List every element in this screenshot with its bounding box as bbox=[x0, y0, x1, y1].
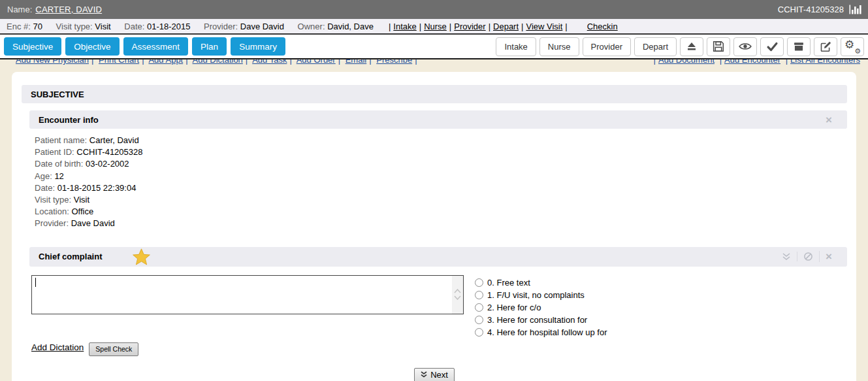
quick-link-separator: | bbox=[91, 59, 93, 65]
radio-icon[interactable] bbox=[475, 303, 483, 312]
patient-info-row: Location: Office bbox=[35, 206, 847, 218]
soap-nav-button[interactable]: Objective bbox=[65, 37, 119, 56]
quick-link[interactable]: Add Encounter bbox=[724, 59, 780, 65]
encounter-stage-link[interactable]: Depart bbox=[493, 22, 519, 31]
radio-icon[interactable] bbox=[475, 316, 483, 324]
text-caret bbox=[35, 278, 36, 287]
quick-link-separator: | bbox=[786, 59, 788, 65]
bar-chart-icon[interactable] bbox=[849, 5, 861, 14]
disable-icon[interactable] bbox=[797, 252, 819, 261]
quick-link[interactable]: Prescribe bbox=[376, 59, 412, 65]
field-value: Visit bbox=[95, 22, 110, 31]
star-icon[interactable] bbox=[133, 248, 150, 265]
encounter-stage-link[interactable]: Nurse bbox=[424, 22, 447, 31]
stage-button[interactable]: Depart bbox=[634, 37, 677, 56]
main-toolbar: Subjective Objective Assessment Plan Sum… bbox=[0, 35, 868, 59]
soap-nav-buttons: Subjective Objective Assessment Plan Sum… bbox=[4, 37, 285, 56]
quick-links-left: Add New Physician| Print Chart| Add Appt… bbox=[16, 59, 420, 65]
chief-complaint-content: 0. Free text 1. F/U visit, no complaints… bbox=[31, 275, 847, 339]
info-value: Visit bbox=[74, 195, 89, 205]
radio-icon[interactable] bbox=[475, 278, 483, 287]
chief-complaint-header: Chief complaint × bbox=[29, 247, 847, 267]
chief-complaint-option[interactable]: 1. F/U visit, no complaints bbox=[475, 289, 607, 301]
settings-gears-icon[interactable]: ⚙⚙ bbox=[841, 37, 864, 56]
patient-info-block: Patient name: Carter, David Patient ID: … bbox=[22, 129, 847, 237]
info-value: Office bbox=[71, 207, 93, 216]
stage-button[interactable]: Intake bbox=[496, 37, 536, 56]
info-label: Date: bbox=[35, 183, 55, 193]
chief-complaint-option[interactable]: 3. Here for consultation for bbox=[475, 314, 607, 326]
stage-button[interactable]: Nurse bbox=[539, 37, 579, 56]
save-icon[interactable] bbox=[707, 37, 730, 56]
info-label: Age: bbox=[35, 171, 52, 181]
soap-nav-button[interactable]: Subjective bbox=[4, 37, 61, 56]
edit-note-icon[interactable] bbox=[814, 37, 837, 56]
radio-option-label: 2. Here for c/o bbox=[487, 303, 541, 312]
checkin-link[interactable]: Checkin bbox=[587, 22, 618, 31]
radio-icon[interactable] bbox=[475, 328, 483, 337]
scroll-down-icon[interactable] bbox=[454, 295, 461, 300]
radio-option-label: 3. Here for consultation for bbox=[487, 315, 587, 325]
patient-info-row: Date of birth: 03-02-2002 bbox=[35, 158, 847, 170]
close-icon[interactable]: × bbox=[820, 114, 838, 125]
quick-link-separator: | bbox=[289, 59, 291, 65]
chief-complaint-option[interactable]: 4. Here for hospital follow up for bbox=[475, 326, 607, 339]
close-icon[interactable]: × bbox=[819, 251, 838, 262]
scroll-up-icon[interactable] bbox=[454, 289, 461, 293]
info-label: Visit type: bbox=[35, 195, 71, 205]
archive-icon[interactable] bbox=[787, 37, 811, 56]
preview-eye-icon[interactable] bbox=[733, 37, 757, 56]
add-dictation-link[interactable]: Add Dictation bbox=[31, 342, 84, 352]
collapse-chevrons-icon[interactable] bbox=[776, 253, 797, 261]
soap-nav-button[interactable]: Plan bbox=[192, 37, 227, 56]
name-label: Name: bbox=[7, 5, 32, 14]
next-button[interactable]: Next bbox=[414, 368, 455, 381]
field-label: Visit type: bbox=[56, 22, 93, 31]
info-label: Date of birth: bbox=[35, 159, 83, 169]
encounter-stage-link[interactable]: View Visit bbox=[526, 22, 562, 31]
info-label: Provider: bbox=[35, 218, 69, 228]
quick-link-separator: | bbox=[142, 59, 144, 65]
patient-title-bar: Name: CARTER, DAVID CCHIT-41205328 bbox=[0, 0, 868, 19]
eject-icon[interactable] bbox=[680, 37, 703, 56]
link-separator: | bbox=[489, 22, 490, 31]
encounter-stage-link[interactable]: Provider bbox=[454, 22, 485, 31]
radio-icon[interactable] bbox=[475, 291, 483, 299]
quick-link[interactable]: Add Task bbox=[252, 59, 287, 65]
textarea-scrollbar[interactable] bbox=[452, 276, 463, 314]
radio-option-label: 4. Here for hospital follow up for bbox=[487, 327, 607, 337]
chief-complaint-option[interactable]: 0. Free text bbox=[475, 276, 607, 289]
double-chevron-down-icon bbox=[421, 371, 427, 378]
next-button-label: Next bbox=[430, 370, 448, 380]
field-value: Dave David bbox=[240, 22, 284, 31]
soap-nav-button[interactable]: Summary bbox=[231, 37, 285, 56]
quick-link-separator: | bbox=[654, 59, 656, 65]
quick-link[interactable]: Add Dictation bbox=[193, 59, 243, 65]
chief-complaint-option[interactable]: 2. Here for c/o bbox=[475, 301, 607, 314]
field-label: Provider: bbox=[204, 22, 238, 31]
patient-info-row: Patient name: Carter, David bbox=[35, 135, 847, 146]
field-label: Owner: bbox=[298, 22, 325, 31]
field-value: David, Dave bbox=[327, 22, 374, 31]
stage-button[interactable]: Provider bbox=[583, 37, 631, 56]
soap-nav-button[interactable]: Assessment bbox=[123, 37, 189, 56]
chief-complaint-textarea[interactable] bbox=[31, 275, 464, 314]
quick-link[interactable]: Add New Physician bbox=[16, 59, 89, 65]
patient-name-link[interactable]: CARTER, DAVID bbox=[35, 5, 102, 14]
encounter-field: Enc #: 70 bbox=[7, 22, 42, 31]
quick-link[interactable]: Print Chart bbox=[99, 59, 139, 65]
quick-link[interactable]: List All Encounters bbox=[790, 59, 860, 65]
quick-link-separator: | bbox=[415, 59, 417, 65]
quick-link[interactable]: Add Appt bbox=[148, 59, 183, 65]
encounter-field: Owner: David, Dave bbox=[298, 22, 374, 31]
info-value: 01-18-2015 22:39:04 bbox=[57, 183, 137, 193]
info-value: 12 bbox=[54, 171, 63, 181]
quick-link[interactable]: Add Order bbox=[297, 59, 336, 65]
encounter-stage-link[interactable]: Intake bbox=[393, 22, 416, 31]
quick-link[interactable]: Add Document bbox=[658, 59, 715, 65]
quick-link[interactable]: Email bbox=[346, 59, 367, 65]
check-icon[interactable] bbox=[760, 37, 784, 56]
spell-check-button[interactable]: Spell Check bbox=[89, 342, 138, 356]
field-value: 70 bbox=[33, 22, 42, 31]
patient-info-row: Provider: Dave David bbox=[35, 218, 847, 229]
